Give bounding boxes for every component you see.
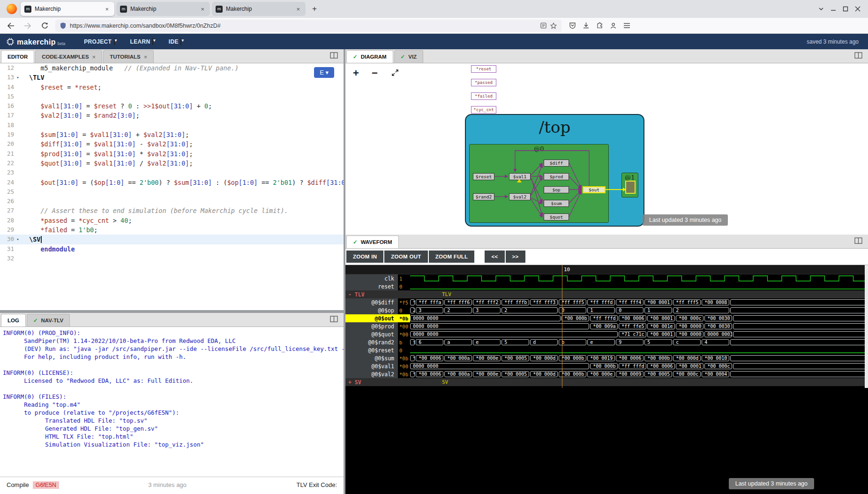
editor-line[interactable]: 13▾\TLV (0, 73, 344, 82)
split-view-icon[interactable] (330, 316, 338, 322)
signal-wave[interactable] (410, 282, 868, 290)
editor-line[interactable]: 20 $diff[31:0] = $val1[31:0] - $val2[31:… (0, 139, 344, 149)
download-icon[interactable] (583, 22, 590, 29)
menu-project[interactable]: PROJECT ▾ (77, 38, 123, 45)
signal-node-prod[interactable]: $prod (544, 173, 569, 180)
signal-name[interactable]: @0$val1 (345, 362, 398, 370)
zoom-in-icon[interactable]: + (353, 67, 359, 79)
pocket-icon[interactable] (569, 22, 576, 29)
waveform-row[interactable]: @0$reset0 (345, 346, 868, 354)
signal-wave[interactable]: 0000_0000*71_c71c*00_0001*00_00000000_00… (410, 330, 868, 338)
signal-name[interactable]: @0$val2 (345, 370, 398, 378)
tracking-shield-icon[interactable] (60, 22, 66, 29)
url-text[interactable]: https://www.makerchip.com/sandbox/0M8f5h… (70, 23, 537, 29)
signal-wave[interactable]: *f*00_0006*00_000a*00_000e*00_0005*00_00… (410, 370, 868, 378)
editor-line[interactable]: 28 *passed = *cyc_cnt > 40; (0, 216, 344, 225)
signal-name[interactable]: @0$op (345, 306, 398, 314)
waveform-row[interactable]: reset0 (345, 282, 868, 290)
editor-line[interactable]: 15 (0, 92, 344, 101)
close-icon[interactable]: × (92, 53, 96, 61)
signal-wave[interactable]: *f*00_0006*00_000a*00_000e*00_0005*00_00… (410, 354, 868, 362)
reload-icon[interactable] (38, 20, 51, 32)
reader-mode-icon[interactable] (540, 23, 546, 29)
waveform-row[interactable]: - TLVTLV (345, 290, 868, 298)
signal-node-val2[interactable]: $val2 (509, 193, 531, 200)
waveform-ruler[interactable] (345, 265, 868, 274)
browser-tab-3[interactable]: m Makerchip × (212, 2, 306, 16)
signal-name[interactable]: @0$diff (345, 298, 398, 306)
signal-wave[interactable]: 0000_0000*00_000b*ff_fffd*00_0006*00_000… (410, 314, 868, 322)
tab-tutorials[interactable]: TUTORIALS × (103, 50, 154, 63)
waveform-row[interactable]: @0$op02323201012 (345, 306, 868, 314)
editor-line[interactable]: 22 $quot[31:0] = $val1[31:0] / $val2[31:… (0, 159, 344, 168)
signal-node-reset[interactable]: $reset (473, 173, 494, 180)
waveform-cursor-line[interactable] (562, 265, 562, 388)
signal-node-out[interactable]: $out (583, 186, 606, 193)
minimize-icon[interactable] (831, 6, 836, 12)
stage1-box[interactable]: @1 (621, 173, 638, 198)
page-left-button[interactable]: << (485, 251, 504, 263)
signal-name[interactable]: clk (345, 274, 398, 282)
editor-line[interactable]: 19 $sum[31:0] = $val1[31:0] + $val2[31:0… (0, 130, 344, 139)
editor-line[interactable]: 18 (0, 121, 344, 130)
editor-line[interactable]: 30▾\SV (0, 235, 344, 244)
tab-code-examples[interactable]: CODE-EXAMPLES × (35, 50, 102, 63)
maximize-icon[interactable] (843, 6, 848, 12)
firefox-icon[interactable] (7, 4, 17, 14)
signal-wave[interactable]: *1*ff_fffa*ff_fff6*ff_fff2*ff_fffb*ff_ff… (410, 298, 868, 306)
tab-editor[interactable]: EDITOR (1, 50, 34, 63)
signal-name[interactable]: @0$rand2 (345, 338, 398, 346)
close-icon[interactable]: × (144, 53, 148, 61)
account-icon[interactable] (610, 22, 617, 29)
waveform-row[interactable]: + SVSV (345, 378, 868, 386)
editor-line[interactable]: 32 (0, 254, 344, 263)
tab-diagram[interactable]: ✓ DIAGRAM (346, 50, 393, 63)
page-right-button[interactable]: >> (506, 251, 525, 263)
signal-wave[interactable] (410, 346, 868, 354)
code-editor[interactable]: 12 m5_makerchip_module // (Expanded in N… (0, 63, 344, 310)
signal-node-sum[interactable]: $sum (544, 200, 569, 207)
expand-icon[interactable] (391, 69, 399, 76)
tab-nav-tlv[interactable]: ✓ NAV-TLV (27, 314, 70, 327)
editor-line[interactable]: 29 *failed = 1'b0; (0, 225, 344, 235)
list-tabs-icon[interactable] (818, 6, 824, 12)
stage0-box[interactable]: @0 (469, 144, 609, 223)
signal-wave[interactable] (410, 274, 868, 282)
browser-tab-2[interactable]: m Makerchip × (116, 2, 210, 16)
editor-line[interactable]: 24 $out[31:0] = ($op[1:0] == 2'b00) ? $s… (0, 178, 344, 187)
extensions-puzzle-icon[interactable] (596, 22, 603, 29)
split-view-icon[interactable] (854, 237, 862, 244)
signal-wave[interactable]: 2323201012 (410, 306, 868, 314)
close-tab-icon[interactable]: × (103, 5, 111, 13)
tab-viz[interactable]: ✓ VIZ (394, 50, 424, 63)
waveform-viewer[interactable]: clk1reset0- TLVTLV@0$diff*f5*1*ff_fffa*f… (345, 265, 868, 494)
editor-line[interactable]: 26 (0, 197, 344, 206)
zoom-full-button[interactable]: ZOOM FULL (429, 251, 475, 263)
close-window-icon[interactable] (855, 6, 861, 12)
signal-name[interactable]: - TLV (345, 290, 398, 298)
tab-waveform[interactable]: ✓ WAVEFORM (346, 236, 399, 248)
io-signal-cyc_cnt[interactable]: *cyc_cnt (471, 106, 496, 114)
signal-wave[interactable]: SV (410, 378, 868, 386)
waveform-row[interactable]: clk1 (345, 274, 868, 282)
signal-name[interactable]: @0$sum (345, 354, 398, 362)
signal-name[interactable]: @0$out (345, 314, 398, 322)
fold-arrow-icon[interactable]: ▾ (14, 235, 22, 244)
signal-name[interactable]: @0$prod (345, 322, 398, 330)
signal-name[interactable]: reset (345, 282, 398, 290)
waveform-row[interactable]: @0$rand2bf6ae5dbe95c4 (345, 338, 868, 346)
close-tab-icon[interactable]: × (199, 5, 206, 13)
signal-node-quot[interactable]: $quot (544, 213, 569, 220)
waveform-row[interactable]: @0$quot*000000_0000*71_c71c*00_0001*00_0… (345, 330, 868, 338)
io-signal-failed[interactable]: *failed (471, 92, 496, 100)
makerchip-logo[interactable]: makerchip beta (6, 37, 65, 46)
zoom-out-button[interactable]: ZOOM OUT (384, 251, 427, 263)
signal-wave[interactable]: TLV (410, 290, 868, 298)
zoom-in-button[interactable]: ZOOM IN (346, 251, 383, 263)
signal-node-diff[interactable]: $diff (544, 160, 569, 167)
forward-icon[interactable] (22, 20, 34, 32)
editor-line[interactable]: 17 $val2[31:0] = $rand2[3:0]; (0, 111, 344, 120)
waveform-row[interactable]: @0$val2*0b*f*00_0006*00_000a*00_000e*00_… (345, 370, 868, 378)
signal-wave[interactable]: f6ae5dbe95c4 (410, 338, 868, 346)
editor-line[interactable]: 16 $val1[31:0] = $reset ? 0 : >>1$out[31… (0, 101, 344, 111)
